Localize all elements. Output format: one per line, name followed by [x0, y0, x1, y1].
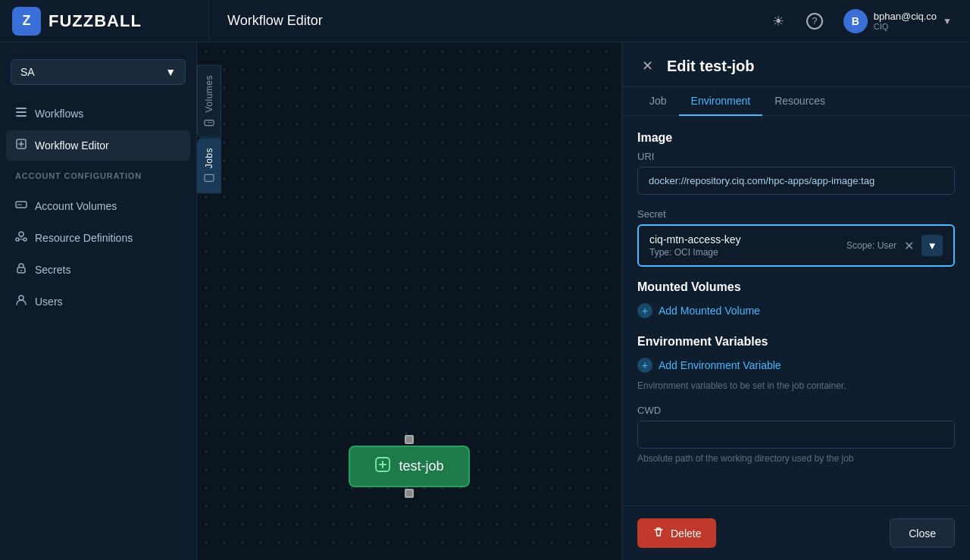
mounted-volumes-title: Mounted Volumes [637, 280, 955, 294]
edit-panel: ✕ Edit test-job Job Environment Resource… [621, 42, 970, 560]
org-select-value: SA [20, 66, 35, 78]
add-mounted-volume-button[interactable]: + Add Mounted Volume [637, 300, 955, 321]
tab-resources[interactable]: Resources [762, 87, 837, 116]
cwd-hint: Absolute path of the working directory u… [637, 453, 955, 464]
users-icon [15, 294, 27, 309]
workflows-icon [15, 106, 27, 121]
add-volume-icon: + [637, 303, 652, 318]
jobs-tab-icon [204, 173, 214, 183]
sidebar-item-users-label: Users [35, 296, 63, 308]
topbar: Z FUZZBALL Workflow Editor ☀ ? B bphan@c… [0, 0, 970, 42]
user-details: bphan@ciq.co CIQ [874, 11, 937, 31]
panel-body: Image URI Secret ciq-mtn-access-key Type… [622, 116, 970, 505]
panel-header: ✕ Edit test-job [622, 42, 970, 87]
secret-dropdown-button[interactable]: ▼ [922, 235, 943, 256]
sidebar-item-workflow-editor[interactable]: Workflow Editor [6, 130, 190, 161]
volumes-tab[interactable]: Volumes [197, 65, 221, 138]
secret-name: ciq-mtn-access-key [649, 233, 741, 246]
tab-environment[interactable]: Environment [679, 87, 763, 116]
account-config-section-label: ACCOUNT CONFIGURATION [0, 161, 196, 185]
svg-rect-12 [205, 174, 214, 181]
org-select-chevron-icon: ▼ [165, 66, 176, 78]
secret-select[interactable]: ciq-mtn-access-key Type: OCI Image Scope… [637, 224, 955, 267]
chevron-down-icon: ▼ [943, 16, 952, 27]
env-hint: Environment variables to be set in the j… [637, 380, 955, 391]
resource-definitions-icon [15, 230, 27, 246]
user-menu[interactable]: B bphan@ciq.co CIQ ▼ [837, 6, 958, 36]
uri-label: URI [637, 151, 955, 162]
sun-icon-button[interactable]: ☀ [765, 8, 792, 35]
workflow-node: test-job [349, 433, 470, 499]
sidebar-item-account-volumes-label: Account Volumes [35, 200, 117, 212]
canvas-side-tabs: Volumes Jobs [197, 65, 221, 193]
jobs-tab[interactable]: Jobs [197, 138, 221, 193]
help-icon: ? [806, 13, 823, 30]
sidebar-item-account-volumes[interactable]: Account Volumes [6, 191, 190, 221]
cwd-label: CWD [637, 405, 955, 416]
env-vars-title: Environment Variables [637, 335, 955, 349]
env-vars-section: Environment Variables + Add Environment … [637, 335, 955, 391]
svg-point-7 [23, 238, 27, 241]
sidebar-item-users[interactable]: Users [6, 286, 190, 317]
volumes-tab-icon [204, 117, 214, 128]
delete-label: Delete [671, 527, 701, 540]
user-email: bphan@ciq.co [874, 11, 937, 22]
org-select[interactable]: SA ▼ [11, 59, 186, 85]
sidebar-item-resource-definitions-label: Resource Definitions [35, 232, 133, 244]
image-section-title: Image [637, 131, 955, 145]
tab-job[interactable]: Job [637, 87, 679, 116]
help-icon-button[interactable]: ? [801, 8, 828, 35]
page-title: Workflow Editor [209, 13, 765, 29]
canvas-area: Volumes Jobs test-job [197, 42, 621, 560]
org-select-wrap: SA ▼ [0, 52, 196, 92]
jobs-tab-label: Jobs [204, 148, 214, 168]
cwd-section: CWD Absolute path of the working directo… [637, 405, 955, 464]
sidebar-account-nav: Account Volumes Resource Definitions Sec… [0, 191, 196, 317]
sidebar-item-secrets-label: Secrets [35, 264, 70, 276]
sun-icon: ☀ [772, 13, 784, 30]
secret-scope: Scope: User [846, 240, 896, 251]
node-label: test-job [399, 458, 443, 474]
uri-input[interactable] [637, 167, 955, 195]
node-box[interactable]: test-job [349, 446, 470, 487]
secret-clear-button[interactable]: ✕ [900, 237, 918, 255]
volumes-tab-label: Volumes [204, 75, 214, 113]
secrets-icon [15, 262, 27, 277]
sidebar-item-workflow-editor-label: Workflow Editor [35, 139, 109, 152]
close-button[interactable]: Close [890, 518, 955, 548]
delete-button[interactable]: Delete [637, 518, 716, 548]
chevron-down-icon: ▼ [927, 240, 937, 252]
workflow-editor-icon [15, 138, 27, 153]
svg-rect-2 [16, 115, 27, 117]
node-icon [374, 456, 391, 477]
panel-tabs: Job Environment Resources [622, 87, 970, 116]
logo-area: Z FUZZBALL [12, 0, 209, 42]
node-handle-bottom [405, 489, 414, 498]
svg-point-6 [16, 238, 19, 241]
panel-footer: Delete Close [622, 505, 970, 560]
logo-name: FUZZBALL [48, 11, 142, 31]
svg-rect-0 [16, 108, 27, 109]
node-handle-top [405, 435, 414, 444]
secret-actions: Scope: User ✕ ▼ [846, 235, 943, 256]
logo-icon: Z [12, 7, 41, 36]
sidebar-nav: Workflows Workflow Editor [0, 99, 196, 161]
sidebar-item-resource-definitions[interactable]: Resource Definitions [6, 223, 190, 253]
svg-point-9 [20, 270, 22, 271]
cwd-input[interactable] [637, 421, 955, 449]
secret-type: Type: OCI Image [649, 247, 741, 258]
add-env-label: Add Environment Variable [659, 359, 781, 371]
secret-section: Secret ciq-mtn-access-key Type: OCI Imag… [637, 208, 955, 267]
sidebar-item-workflows[interactable]: Workflows [6, 99, 190, 129]
main-layout: SA ▼ Workflows Workflow Editor ACCOUNT C… [0, 42, 970, 560]
sidebar-item-workflows-label: Workflows [35, 108, 83, 120]
add-env-var-button[interactable]: + Add Environment Variable [637, 355, 955, 376]
avatar: B [843, 9, 868, 33]
add-env-icon: + [637, 358, 652, 373]
sidebar-item-secrets[interactable]: Secrets [6, 255, 190, 285]
sidebar: SA ▼ Workflows Workflow Editor ACCOUNT C… [0, 42, 197, 560]
topbar-actions: ☀ ? B bphan@ciq.co CIQ ▼ [765, 6, 958, 36]
secret-label: Secret [637, 208, 955, 220]
svg-rect-1 [16, 111, 27, 113]
panel-close-button[interactable]: ✕ [637, 56, 658, 76]
